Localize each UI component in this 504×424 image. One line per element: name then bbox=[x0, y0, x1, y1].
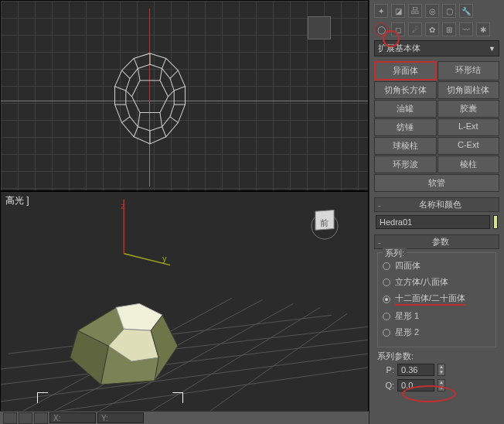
viewcube-icon[interactable]: 前 bbox=[306, 203, 343, 240]
svg-marker-1 bbox=[126, 64, 174, 131]
viewcube-icon[interactable] bbox=[308, 16, 331, 39]
family-group: 系列: 四面体立方体/八面体十二面体/二十面体星形 1星形 2 bbox=[377, 252, 496, 347]
object-name-input[interactable] bbox=[376, 215, 490, 229]
family-radio[interactable]: 星形 2 bbox=[383, 324, 491, 340]
svg-line-5 bbox=[170, 70, 178, 78]
modify-tab-icon[interactable]: ◪ bbox=[391, 4, 405, 18]
family-title: 系列: bbox=[383, 248, 407, 259]
objtype-button[interactable]: 油罐 bbox=[374, 100, 437, 118]
svg-line-31 bbox=[193, 313, 347, 422]
utilities-tab-icon[interactable]: 🔧 bbox=[459, 4, 473, 18]
geometry-icon[interactable]: ◯ bbox=[374, 22, 388, 36]
create-tab-icon[interactable]: ✦ bbox=[374, 4, 388, 18]
spinner-buttons[interactable]: ▲▼ bbox=[438, 379, 445, 392]
status-icon[interactable] bbox=[19, 412, 32, 424]
status-icon[interactable] bbox=[3, 412, 17, 424]
status-icon[interactable] bbox=[34, 412, 48, 424]
motion-tab-icon[interactable]: ◎ bbox=[425, 4, 439, 18]
p-label: P: bbox=[377, 365, 394, 374]
lights-icon[interactable]: ☄ bbox=[408, 22, 422, 36]
objtype-button[interactable]: 胶囊 bbox=[438, 100, 500, 118]
spinner-buttons[interactable]: ▲▼ bbox=[438, 364, 445, 376]
family-params-title: 系列参数: bbox=[371, 350, 502, 362]
svg-text:y: y bbox=[162, 254, 167, 263]
objtype-button[interactable]: C-Ext bbox=[438, 137, 500, 155]
command-panel: ✦ ◪ 品 ◎ ▢ 🔧 ◯ ◻ ☄ ✿ ⊞ 〰 ✱ 扩展基本体 ▼ 异面体环形结… bbox=[369, 0, 504, 424]
objtype-button[interactable]: 切角圆柱体 bbox=[438, 81, 500, 99]
rollout-name-color[interactable]: -名称和颜色 bbox=[374, 197, 499, 212]
objtype-button[interactable]: 环形结 bbox=[438, 61, 500, 80]
svg-line-9 bbox=[162, 127, 166, 137]
family-radio[interactable]: 星形 1 bbox=[383, 308, 491, 324]
viewport-perspective[interactable]: 高光 ] z y 前 bbox=[0, 191, 369, 424]
svg-line-15 bbox=[122, 70, 130, 78]
category-dropdown[interactable]: 扩展基本体 ▼ bbox=[374, 40, 499, 56]
svg-text:前: 前 bbox=[320, 218, 329, 227]
svg-text:z: z bbox=[121, 201, 125, 210]
svg-line-12 bbox=[122, 117, 130, 123]
q-label: Q: bbox=[377, 381, 394, 390]
object-type-grid: 异面体环形结切角长方体切角圆柱体油罐胶囊纺锤L-Ext球棱柱C-Ext环形波棱柱… bbox=[374, 61, 499, 192]
svg-marker-0 bbox=[115, 53, 186, 144]
q-spinner[interactable] bbox=[397, 379, 434, 392]
svg-line-11 bbox=[134, 127, 138, 137]
space-warps-icon[interactable]: 〰 bbox=[459, 22, 473, 36]
dropdown-label: 扩展基本体 bbox=[378, 43, 421, 54]
viewport-top[interactable] bbox=[0, 0, 369, 191]
svg-line-14 bbox=[115, 87, 126, 91]
svg-line-17 bbox=[138, 68, 140, 80]
svg-line-18 bbox=[160, 68, 162, 80]
status-x: X: bbox=[49, 412, 96, 423]
category-row: ◯ ◻ ☄ ✿ ⊞ 〰 ✱ bbox=[371, 20, 502, 39]
p-spinner[interactable] bbox=[397, 364, 434, 376]
svg-line-22 bbox=[126, 91, 132, 97]
objtype-button[interactable]: 切角长方体 bbox=[374, 81, 437, 99]
svg-line-16 bbox=[134, 58, 138, 68]
systems-icon[interactable]: ✱ bbox=[476, 22, 490, 36]
panel-tabs: ✦ ◪ 品 ◎ ▢ 🔧 bbox=[371, 2, 502, 20]
helpers-icon[interactable]: ⊞ bbox=[442, 22, 456, 36]
family-radio[interactable]: 十二面体/二十面体 bbox=[383, 290, 491, 308]
svg-marker-2 bbox=[132, 80, 169, 113]
svg-line-20 bbox=[160, 113, 162, 127]
chevron-down-icon: ▼ bbox=[489, 45, 495, 53]
svg-line-6 bbox=[174, 87, 185, 91]
shapes-icon[interactable]: ◻ bbox=[391, 22, 405, 36]
objtype-button[interactable]: 棱柱 bbox=[438, 156, 500, 173]
svg-line-21 bbox=[138, 113, 140, 127]
objtype-button[interactable]: 球棱柱 bbox=[374, 137, 437, 155]
objtype-button[interactable]: 异面体 bbox=[374, 61, 437, 80]
objtype-button[interactable]: 纺锤 bbox=[374, 118, 437, 136]
cameras-icon[interactable]: ✿ bbox=[425, 22, 439, 36]
wireframe-hedra[interactable] bbox=[100, 50, 200, 151]
objtype-button[interactable]: L-Ext bbox=[438, 118, 500, 136]
objtype-button[interactable]: 软管 bbox=[374, 174, 499, 192]
svg-line-8 bbox=[170, 117, 178, 123]
hierarchy-tab-icon[interactable]: 品 bbox=[408, 4, 422, 18]
display-tab-icon[interactable]: ▢ bbox=[442, 4, 456, 18]
family-radio[interactable]: 四面体 bbox=[383, 258, 491, 274]
svg-line-19 bbox=[168, 91, 174, 97]
color-swatch[interactable] bbox=[493, 215, 498, 229]
status-y: Y: bbox=[97, 412, 144, 423]
svg-line-4 bbox=[162, 58, 166, 68]
objtype-button[interactable]: 环形波 bbox=[374, 156, 437, 173]
family-radio[interactable]: 立方体/八面体 bbox=[383, 274, 491, 290]
status-bar: X: Y: bbox=[0, 411, 369, 424]
